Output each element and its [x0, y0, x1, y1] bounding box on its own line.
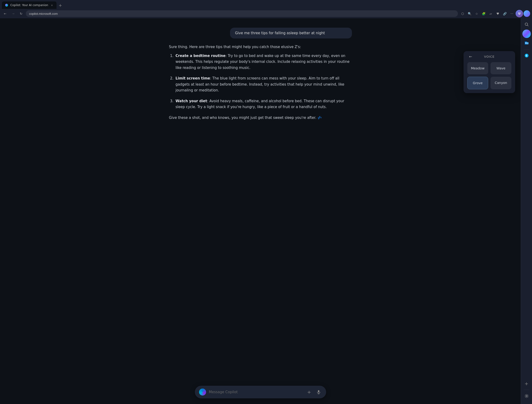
chat-inner: Give me three tips for falling asleep be… [169, 28, 352, 124]
address-input[interactable] [26, 10, 458, 17]
sidebar-add-button[interactable]: 🔗 [501, 10, 508, 17]
user-message-text: Give me three tips for falling asleep be… [235, 31, 325, 35]
svg-line-5 [527, 25, 528, 26]
tip1-bold: Create a bedtime routine [176, 54, 226, 58]
tab-bar: Copilot: Your AI companion × + [0, 0, 532, 9]
content-area: Give me three tips for falling asleep be… [0, 18, 521, 404]
favorites-panel-button[interactable]: ♥ [494, 10, 501, 17]
ai-response: Sure thing. Here are three tips that mig… [169, 44, 352, 121]
tab-title: Copilot: Your AI companion [10, 4, 48, 7]
user-message-bubble: Give me three tips for falling asleep be… [230, 28, 352, 38]
voice-options-grid: Meadow Wave Grove Canyon [467, 62, 511, 89]
input-bar: Message Copilot + [195, 386, 326, 398]
favorite-button[interactable]: ☆ [473, 10, 480, 17]
user-avatar[interactable]: U [516, 10, 523, 17]
search-icon [525, 22, 529, 26]
voice-option-canyon-label: Canyon [495, 81, 507, 85]
ai-closing: Give these a shot, and who knows, you mi… [169, 115, 352, 121]
copilot-browser-button[interactable] [524, 10, 530, 17]
mic-icon [317, 390, 321, 394]
svg-point-11 [526, 396, 527, 397]
voice-option-meadow-label: Meadow [471, 66, 484, 70]
voice-option-canyon[interactable]: Canyon [490, 77, 511, 89]
list-item: Watch your diet: Avoid heavy meals, caff… [175, 98, 352, 110]
zoom-button[interactable]: 🔍 [466, 10, 473, 17]
extensions-button[interactable]: 🧩 [481, 10, 487, 17]
sidebar-icon-settings[interactable] [522, 392, 531, 400]
sidebar-divider [524, 49, 529, 50]
copilot-logo-icon [199, 389, 206, 396]
list-item: Create a bedtime routine: Try to go to b… [175, 53, 352, 71]
outlook-icon [525, 41, 529, 45]
gear-icon [525, 394, 529, 398]
input-bar-container: Message Copilot + [195, 386, 326, 398]
tab-favicon [5, 3, 8, 7]
address-bar: ← → ↻ ⬡ 🔍 ☆ 🧩 ▱ ♥ 🔗 ··· U [0, 9, 532, 18]
voice-header: ← VOICE [467, 55, 511, 58]
skype-icon: S [525, 53, 529, 58]
voice-back-button[interactable]: ← [467, 53, 474, 60]
voice-option-wave[interactable]: Wave [490, 62, 511, 74]
input-attach-button[interactable]: + [306, 389, 313, 395]
sidebar-icon-copilot[interactable] [522, 30, 531, 38]
right-sidebar: S + [521, 18, 532, 404]
back-button[interactable]: ← [2, 10, 8, 17]
svg-rect-1 [318, 390, 319, 392]
main-layout: Give me three tips for falling asleep be… [0, 18, 532, 404]
forward-button[interactable]: → [10, 10, 16, 17]
external-link-button[interactable]: ⬡ [459, 10, 466, 17]
refresh-button[interactable]: ↻ [18, 10, 24, 17]
tip3-bold: Watch your diet [176, 99, 207, 103]
voice-option-grove-label: Grove [473, 81, 483, 85]
svg-text:S: S [526, 54, 527, 57]
input-mic-button[interactable] [315, 389, 322, 395]
active-tab[interactable]: Copilot: Your AI companion × [2, 1, 57, 9]
ai-intro: Sure thing. Here are three tips that mig… [169, 44, 352, 50]
browser-chrome: Copilot: Your AI companion × + ← → ↻ ⬡ 🔍… [0, 0, 532, 18]
svg-point-0 [5, 4, 8, 6]
tips-list: Create a bedtime routine: Try to go to b… [169, 53, 352, 110]
tip2-bold: Limit screen time [176, 76, 210, 80]
new-tab-button[interactable]: + [57, 2, 63, 8]
voice-option-wave-label: Wave [496, 66, 505, 70]
add-icon: + [525, 381, 528, 386]
sidebar-icon-search[interactable] [522, 20, 531, 29]
sidebar-icon-outlook[interactable] [522, 39, 531, 47]
svg-rect-7 [527, 42, 528, 44]
list-item: Limit screen time: The blue light from s… [175, 76, 352, 94]
more-button[interactable]: ··· [509, 10, 515, 17]
split-view-button[interactable]: ▱ [488, 10, 494, 17]
sidebar-icon-add[interactable]: + [522, 379, 531, 388]
chat-scroll[interactable]: Give me three tips for falling asleep be… [0, 18, 521, 404]
sidebar-icon-skype[interactable]: S [522, 51, 531, 60]
toolbar-right: ⬡ 🔍 ☆ 🧩 ▱ ♥ 🔗 ··· U [459, 10, 530, 17]
voice-option-meadow[interactable]: Meadow [467, 62, 488, 74]
voice-option-grove[interactable]: Grove [467, 77, 488, 89]
voice-panel: ← VOICE Meadow Wave Grove Canyon [463, 51, 515, 93]
input-placeholder-text[interactable]: Message Copilot [209, 390, 303, 394]
svg-point-8 [525, 42, 526, 44]
voice-panel-title: VOICE [484, 55, 494, 58]
tab-close-button[interactable]: × [50, 3, 54, 7]
user-avatar-inner: U [516, 10, 523, 17]
